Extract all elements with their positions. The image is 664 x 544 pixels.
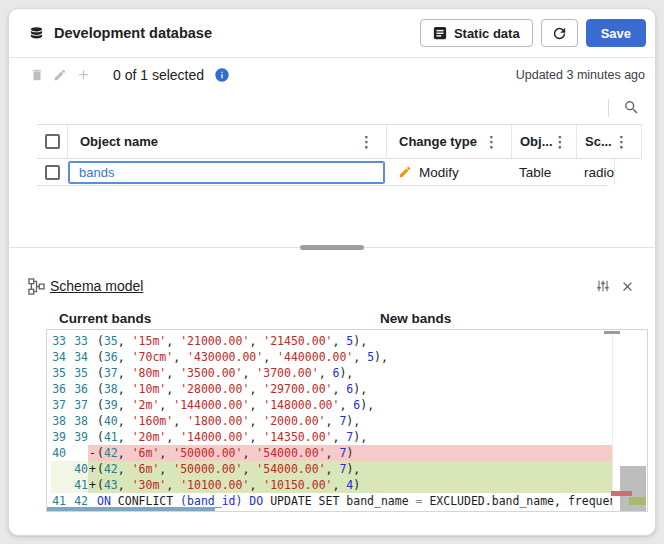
table-actions-row bbox=[9, 91, 655, 124]
updated-timestamp: Updated 3 minutes ago bbox=[516, 68, 645, 82]
table-row: Modify Table radio bbox=[37, 159, 607, 186]
diff-line: 3939 (41, '20m', '14000.00', '14350.00',… bbox=[47, 429, 647, 445]
object-name-cell bbox=[67, 159, 386, 185]
close-icon[interactable] bbox=[615, 274, 639, 298]
info-icon[interactable] bbox=[214, 67, 230, 83]
static-data-button[interactable]: Static data bbox=[420, 19, 533, 47]
table-header-row: Object name ⋮ Change type ⋮ Obj... ⋮ Sc.… bbox=[37, 125, 642, 159]
delete-icon[interactable] bbox=[28, 66, 46, 84]
new-pane-label: New bands bbox=[380, 311, 451, 329]
static-data-label: Static data bbox=[454, 26, 520, 41]
object-type-cell: Table bbox=[511, 159, 576, 185]
schema-model-link[interactable]: Schema model bbox=[50, 278, 143, 294]
header: Development database Static data Save bbox=[9, 9, 655, 58]
diff-line: 3737 (39, '2m', '144000.00', '148000.00'… bbox=[47, 397, 647, 413]
diff-code-lines: 3333 (35, '15m', '21000.00', '21450.00',… bbox=[47, 330, 647, 509]
object-name-input[interactable] bbox=[68, 161, 385, 184]
static-data-icon bbox=[433, 26, 447, 40]
save-button[interactable]: Save bbox=[586, 19, 646, 47]
edit-icon[interactable] bbox=[51, 66, 69, 84]
schema-cell: radio bbox=[576, 159, 615, 185]
diff-line: 3535 (37, '80m', '3500.00', '3700.00', 6… bbox=[47, 365, 647, 381]
selection-toolbar: 0 of 1 selected Updated 3 minutes ago bbox=[9, 58, 655, 91]
column-header-object-name: Object name ⋮ bbox=[67, 125, 386, 158]
refresh-icon bbox=[551, 25, 568, 42]
row-checkbox[interactable] bbox=[45, 165, 60, 180]
minimap-deletion-marker bbox=[611, 491, 632, 496]
vertical-scrollbar-thumb[interactable] bbox=[604, 331, 620, 334]
database-icon bbox=[28, 25, 45, 42]
column-header-object-type: Obj... ⋮ bbox=[511, 125, 576, 158]
change-type-value: Modify bbox=[419, 165, 459, 180]
row-checkbox-cell bbox=[37, 159, 67, 185]
page-title: Development database bbox=[54, 25, 420, 41]
column-header-schema: Sc... ⋮ bbox=[576, 125, 642, 158]
selection-count: 0 of 1 selected bbox=[113, 67, 204, 83]
column-menu-icon[interactable]: ⋮ bbox=[484, 134, 511, 149]
column-menu-icon[interactable]: ⋮ bbox=[359, 134, 386, 149]
diff-line: 40+(42, '6m', '50000.00', '54000.00', 7)… bbox=[47, 461, 647, 477]
diff-line: 3636 (38, '10m', '28000.00', '29700.00',… bbox=[47, 381, 647, 397]
schema-panel-header: Schema model bbox=[9, 274, 655, 298]
schema-diff-editor[interactable]: 3333 (35, '15m', '21000.00', '21450.00',… bbox=[46, 329, 648, 512]
panel-splitter bbox=[9, 247, 655, 274]
schema-value: radio bbox=[584, 165, 614, 180]
select-all-checkbox[interactable] bbox=[45, 134, 60, 149]
header-actions: Static data Save bbox=[420, 19, 646, 47]
header-checkbox-cell bbox=[37, 125, 67, 158]
schema-icon bbox=[28, 278, 45, 295]
change-type-cell: Modify bbox=[386, 159, 511, 185]
search-icon[interactable] bbox=[619, 96, 643, 120]
app-card: Development database Static data Save bbox=[8, 8, 656, 536]
refresh-button[interactable] bbox=[541, 19, 578, 47]
modify-pencil-icon bbox=[398, 165, 412, 179]
diff-line: 3838 (40, '160m', '1800.00', '2000.00', … bbox=[47, 413, 647, 429]
column-menu-icon[interactable]: ⋮ bbox=[614, 134, 641, 149]
diff-settings-icon[interactable] bbox=[591, 274, 615, 298]
diff-line: 3434 (36, '70cm', '430000.00', '440000.0… bbox=[47, 349, 647, 365]
empty-space bbox=[9, 186, 655, 247]
diff-line: 41+(43, '30m', '10100.00', '10150.00', 4… bbox=[47, 477, 647, 493]
add-icon[interactable] bbox=[74, 66, 92, 84]
diff-line: 40-(42, '6m', '50000.00', '54000.00', 7) bbox=[47, 445, 647, 461]
divider bbox=[608, 99, 609, 117]
diff-line: 3333 (35, '15m', '21000.00', '21450.00',… bbox=[47, 333, 647, 349]
splitter-drag-handle[interactable] bbox=[300, 245, 364, 250]
column-header-change-type: Change type ⋮ bbox=[386, 125, 511, 158]
diff-pane-labels: Current bands New bands bbox=[9, 298, 655, 329]
horizontal-scrollbar-thumb[interactable] bbox=[47, 507, 215, 511]
current-pane-label: Current bands bbox=[59, 311, 380, 329]
minimap-addition-marker bbox=[629, 497, 646, 505]
object-type-value: Table bbox=[519, 165, 551, 180]
objects-table: Object name ⋮ Change type ⋮ Obj... ⋮ Sc.… bbox=[37, 124, 642, 186]
